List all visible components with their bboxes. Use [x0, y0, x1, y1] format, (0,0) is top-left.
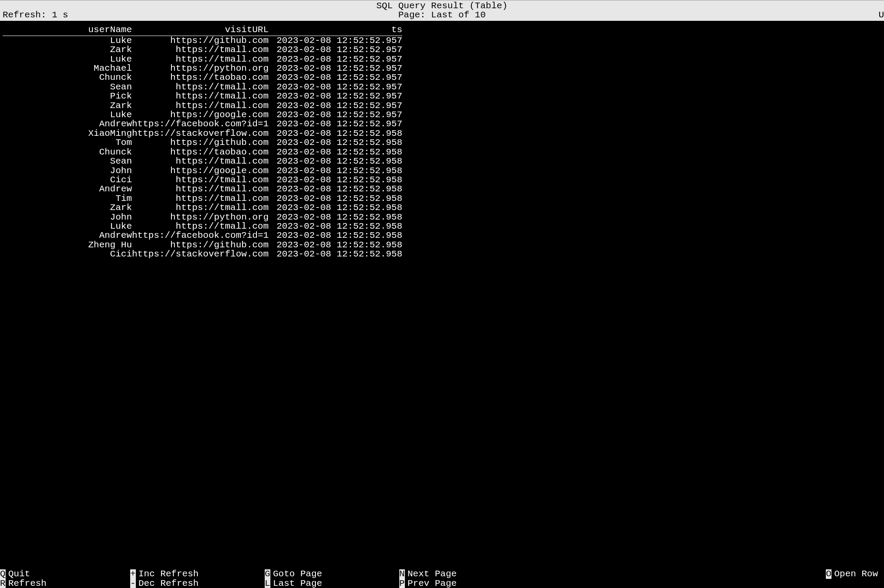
cell-visiturl: https://google.com: [132, 110, 269, 119]
table-row[interactable]: Johnhttps://python.org2023-02-08 12:52:5…: [3, 213, 402, 222]
cell-username: Tom: [3, 138, 132, 147]
shortcut-label: Prev Page: [407, 579, 457, 588]
shortcut-goto-page[interactable]: GGoto Page: [265, 569, 399, 578]
table-row[interactable]: Zheng Huhttps://github.com2023-02-08 12:…: [3, 240, 402, 250]
footer-shortcuts: QQuit+Inc RefreshGGoto PageNNext PageOOp…: [0, 569, 884, 588]
table-row[interactable]: Lukehttps://tmall.com2023-02-08 12:52:52…: [3, 55, 402, 64]
shortcut-key: G: [265, 569, 270, 578]
shortcut-label: Open Row: [834, 569, 878, 578]
table-row[interactable]: Machaelhttps://python.org2023-02-08 12:5…: [3, 64, 402, 73]
cell-visiturl: https://tmall.com: [132, 45, 269, 54]
footer-row-2: RRefresh-Dec RefreshLLast PagePPrev Page: [0, 579, 884, 588]
cell-visiturl: https://tmall.com: [132, 175, 269, 184]
cell-username: Cici: [3, 175, 132, 184]
shortcut-key: +: [130, 569, 136, 578]
table-row[interactable]: Zarkhttps://tmall.com2023-02-08 12:52:52…: [3, 203, 402, 212]
cell-username: Luke: [3, 55, 132, 64]
refresh-label: Refresh: 1 s: [3, 10, 68, 20]
cell-ts: 2023-02-08 12:52:52.958: [269, 222, 402, 231]
shortcut-label: Quit: [8, 569, 30, 578]
table-row[interactable]: Seanhttps://tmall.com2023-02-08 12:52:52…: [3, 157, 402, 166]
table-row[interactable]: Cicihttps://stackoverflow.com2023-02-08 …: [3, 250, 402, 259]
table-header-row: userName visitURL ts: [3, 25, 402, 36]
cell-ts: 2023-02-08 12:52:52.957: [269, 110, 402, 119]
table-row[interactable]: Lukehttps://google.com2023-02-08 12:52:5…: [3, 110, 402, 119]
cell-ts: 2023-02-08 12:52:52.957: [269, 73, 402, 82]
table-row[interactable]: Pickhttps://tmall.com2023-02-08 12:52:52…: [3, 92, 402, 101]
shortcut-next-page[interactable]: NNext Page: [399, 569, 534, 578]
table-row[interactable]: Seanhttps://tmall.com2023-02-08 12:52:52…: [3, 82, 402, 92]
cell-visiturl: https://tmall.com: [132, 82, 269, 92]
page-label: Page: Last of 10: [0, 10, 884, 20]
table-row[interactable]: Tomhttps://github.com2023-02-08 12:52:52…: [3, 138, 402, 147]
shortcut-key: P: [399, 579, 405, 588]
cell-visiturl: https://python.org: [132, 213, 269, 222]
cell-visiturl: https://google.com: [132, 166, 269, 175]
shortcut-inc-refresh[interactable]: +Inc Refresh: [130, 569, 265, 578]
cell-visiturl: https://tmall.com: [132, 92, 269, 101]
shortcut-key: L: [265, 579, 270, 588]
shortcut-key: -: [130, 579, 136, 588]
cell-visiturl: https://facebook.com?id=1: [132, 231, 269, 240]
cell-username: Tim: [3, 194, 132, 203]
cell-visiturl: https://tmall.com: [132, 203, 269, 212]
table-row[interactable]: XiaoMinghttps://stackoverflow.com2023-02…: [3, 129, 402, 138]
shortcut-key: N: [399, 569, 405, 578]
shortcut-prev-page[interactable]: PPrev Page: [399, 579, 534, 588]
table-row[interactable]: Andrewhttps://facebook.com?id=12023-02-0…: [3, 231, 402, 240]
shortcut-open-row[interactable]: OOpen Row: [534, 569, 884, 578]
cell-visiturl: https://tmall.com: [132, 184, 269, 194]
table-row[interactable]: Andrewhttps://tmall.com2023-02-08 12:52:…: [3, 184, 402, 194]
table-row[interactable]: Chunckhttps://taobao.com2023-02-08 12:52…: [3, 148, 402, 157]
table-row[interactable]: Timhttps://tmall.com2023-02-08 12:52:52.…: [3, 194, 402, 203]
cell-ts: 2023-02-08 12:52:52.958: [269, 203, 402, 212]
cell-ts: 2023-02-08 12:52:52.958: [269, 184, 402, 194]
cell-username: Andrew: [3, 184, 132, 194]
cell-ts: 2023-02-08 12:52:52.958: [269, 175, 402, 184]
cell-username: Sean: [3, 82, 132, 92]
cell-ts: 2023-02-08 12:52:52.958: [269, 213, 402, 222]
cell-username: Zark: [3, 45, 132, 54]
col-header-visiturl: visitURL: [132, 25, 269, 36]
shortcut-dec-refresh[interactable]: -Dec Refresh: [130, 579, 265, 588]
cell-ts: 2023-02-08 12:52:52.958: [269, 129, 402, 138]
table-row[interactable]: Johnhttps://google.com2023-02-08 12:52:5…: [3, 166, 402, 175]
cell-ts: 2023-02-08 12:52:52.957: [269, 92, 402, 101]
cell-ts: 2023-02-08 12:52:52.957: [269, 82, 402, 92]
col-header-username: userName: [3, 25, 132, 36]
cell-username: Chunck: [3, 148, 132, 157]
cell-ts: 2023-02-08 12:52:52.958: [269, 166, 402, 175]
cell-visiturl: https://facebook.com?id=1: [132, 119, 269, 128]
cell-visiturl: https://tmall.com: [132, 101, 269, 110]
cell-username: Zark: [3, 203, 132, 212]
cell-username: Luke: [3, 36, 132, 45]
cell-ts: 2023-02-08 12:52:52.958: [269, 231, 402, 240]
table-row[interactable]: Zarkhttps://tmall.com2023-02-08 12:52:52…: [3, 45, 402, 54]
shortcut-quit[interactable]: QQuit: [0, 569, 130, 578]
shortcut-refresh[interactable]: RRefresh: [0, 579, 130, 588]
cell-username: Machael: [3, 64, 132, 73]
shortcut-key: O: [826, 569, 831, 578]
cell-visiturl: https://tmall.com: [132, 55, 269, 64]
top-right-indicator: U: [878, 10, 884, 20]
cell-username: Chunck: [3, 73, 132, 82]
cell-username: John: [3, 166, 132, 175]
shortcut-last-page[interactable]: LLast Page: [265, 579, 399, 588]
info-line: Refresh: 1 s Page: Last of 10 U: [0, 10, 884, 20]
cell-username: Zark: [3, 101, 132, 110]
top-bar: SQL Query Result (Table) Refresh: 1 s Pa…: [0, 0, 884, 21]
cell-username: John: [3, 213, 132, 222]
shortcut-label: Refresh: [8, 579, 46, 588]
table-row[interactable]: Zarkhttps://tmall.com2023-02-08 12:52:52…: [3, 101, 402, 110]
cell-ts: 2023-02-08 12:52:52.958: [269, 250, 402, 259]
table-row[interactable]: Andrewhttps://facebook.com?id=12023-02-0…: [3, 119, 402, 128]
table-row[interactable]: Lukehttps://github.com2023-02-08 12:52:5…: [3, 36, 402, 45]
shortcut-label: Next Page: [407, 569, 457, 578]
col-header-ts: ts: [269, 25, 402, 36]
table-row[interactable]: Lukehttps://tmall.com2023-02-08 12:52:52…: [3, 222, 402, 231]
table-row[interactable]: Cicihttps://tmall.com2023-02-08 12:52:52…: [3, 175, 402, 184]
cell-ts: 2023-02-08 12:52:52.957: [269, 36, 402, 45]
table-row[interactable]: Chunckhttps://taobao.com2023-02-08 12:52…: [3, 73, 402, 82]
cell-username: XiaoMing: [3, 129, 132, 138]
shortcut-label: Dec Refresh: [138, 579, 199, 588]
